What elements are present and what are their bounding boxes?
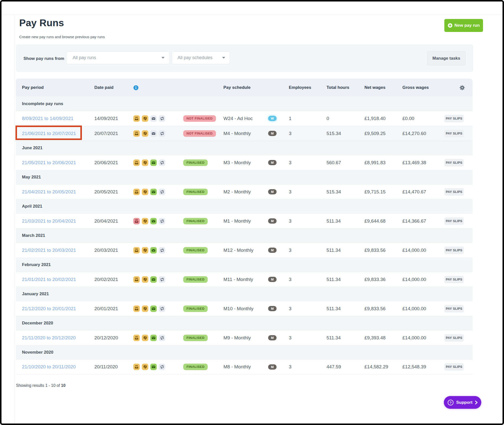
payslip-icon[interactable] <box>133 305 140 312</box>
pay-period-link[interactable]: 21/06/2021 to 20/07/2021 <box>22 131 76 136</box>
filter-bar: Show pay runs from All pay runs All pay … <box>16 45 473 72</box>
sync-icon[interactable] <box>159 130 165 137</box>
sync-icon[interactable] <box>159 159 165 166</box>
payslip-icon[interactable] <box>133 130 140 137</box>
schedule-frequency-cell: M <box>268 272 277 287</box>
column-header-employees[interactable]: Employees <box>289 79 311 97</box>
pay-slips-button[interactable]: PAY SLIPS <box>444 305 464 312</box>
section-header-row: January 2021 <box>16 287 473 301</box>
pay-period-link[interactable]: 21/11/2020 to 20/12/2020 <box>22 335 76 341</box>
total-hours-cell: 511.34 <box>327 301 341 316</box>
pension-shield-icon[interactable] <box>142 159 148 166</box>
employees-cell: 3 <box>289 360 292 374</box>
section-header-label: Incomplete pay runs <box>22 97 63 111</box>
payslip-icon[interactable] <box>133 159 140 166</box>
sync-icon[interactable] <box>159 335 165 341</box>
status-cell: FINALISED <box>183 360 208 374</box>
support-button[interactable]: ? Support <box>444 396 481 409</box>
sync-icon[interactable] <box>159 305 165 312</box>
pay-slips-button[interactable]: PAY SLIPS <box>444 217 464 225</box>
pension-shield-icon[interactable] <box>142 364 148 370</box>
pay-slips-button[interactable]: PAY SLIPS <box>444 130 464 137</box>
info-icon[interactable] <box>133 79 139 97</box>
sync-icon[interactable] <box>159 218 165 224</box>
employees-cell: 3 <box>289 214 292 228</box>
sync-icon[interactable] <box>159 189 165 195</box>
row-action-icons <box>133 360 165 374</box>
payslip-icon[interactable] <box>133 335 140 341</box>
pension-shield-icon[interactable] <box>142 189 148 195</box>
pension-shield-icon[interactable] <box>142 335 148 341</box>
mail-icon[interactable] <box>150 159 157 166</box>
column-header-gross-wages[interactable]: Gross wages <box>402 79 429 97</box>
column-header-pay-period[interactable]: Pay period <box>22 79 44 97</box>
sync-icon[interactable] <box>159 247 165 254</box>
pay-run-row: 21/06/2021 to 20/07/202120/07/2021NOT FI… <box>16 126 473 141</box>
payslip-icon[interactable] <box>133 115 140 122</box>
payslip-icon[interactable] <box>133 247 140 254</box>
row-action-icons <box>133 330 165 345</box>
mail-icon[interactable] <box>150 115 157 122</box>
mail-icon[interactable] <box>150 276 157 283</box>
mail-icon[interactable] <box>150 130 157 137</box>
payslip-icon[interactable] <box>133 276 140 283</box>
pay-slips-button[interactable]: PAY SLIPS <box>444 276 464 283</box>
pension-shield-icon[interactable] <box>142 247 148 254</box>
manage-tasks-button[interactable]: Manage tasks <box>427 51 466 65</box>
pay-slips-button[interactable]: PAY SLIPS <box>444 159 464 166</box>
pay-slips-button[interactable]: PAY SLIPS <box>444 115 464 122</box>
mail-icon[interactable] <box>150 218 157 224</box>
pay-period-link[interactable]: 8/09/2021 to 14/09/2021 <box>22 116 73 121</box>
pension-shield-icon[interactable] <box>142 218 148 224</box>
mail-icon[interactable] <box>150 189 157 195</box>
pay-period-link[interactable]: 21/10/2020 to 20/11/2020 <box>22 364 76 370</box>
results-count-text: Showing results 1 - 10 of <box>16 383 60 388</box>
pension-shield-icon[interactable] <box>142 130 148 137</box>
column-header-pay-schedule[interactable]: Pay schedule <box>223 79 251 97</box>
date-paid-cell: 20/04/2021 <box>94 214 118 228</box>
sync-icon[interactable] <box>159 276 165 283</box>
sync-icon[interactable] <box>159 115 165 122</box>
pay-period-link[interactable]: 21/02/2021 to 20/03/2021 <box>22 248 76 253</box>
total-hours-cell: 511.34 <box>327 243 341 258</box>
mail-icon[interactable] <box>150 335 157 341</box>
pension-shield-icon[interactable] <box>142 305 148 312</box>
sync-icon[interactable] <box>159 364 165 370</box>
pay-schedules-select[interactable]: All pay schedules <box>172 51 230 64</box>
mail-icon[interactable] <box>150 247 157 254</box>
mail-icon[interactable] <box>150 364 157 370</box>
date-paid-cell: 20/02/2021 <box>94 272 118 287</box>
column-header-net-wages[interactable]: Net wages <box>364 79 385 97</box>
column-header-date-paid[interactable]: Date paid <box>94 79 114 97</box>
pay-slips-cell: PAY SLIPS <box>444 111 464 126</box>
pay-period-link[interactable]: 21/03/2021 to 20/04/2021 <box>22 218 76 224</box>
pay-slips-button[interactable]: PAY SLIPS <box>444 363 464 371</box>
gear-icon[interactable] <box>459 79 465 97</box>
payslip-icon[interactable] <box>133 189 140 195</box>
pay-run-row: 21/10/2020 to 20/11/202020/11/2020FINALI… <box>16 359 473 374</box>
mail-icon[interactable] <box>150 305 157 312</box>
pay-runs-select[interactable]: All pay runs <box>66 51 170 64</box>
pension-shield-icon[interactable] <box>142 276 148 283</box>
page-title: Pay Runs <box>19 17 64 28</box>
pay-period-link[interactable]: 21/04/2021 to 20/05/2021 <box>22 189 76 195</box>
pay-period-link[interactable]: 21/05/2021 to 20/06/2021 <box>22 160 76 165</box>
net-wages-cell: £9,833.36 <box>364 272 386 287</box>
pay-slips-button[interactable]: PAY SLIPS <box>444 334 464 342</box>
section-header-label: April 2021 <box>22 199 42 213</box>
pension-shield-icon[interactable] <box>142 115 148 122</box>
pay-period-link[interactable]: 21/12/2020 to 20/01/2021 <box>22 306 76 311</box>
column-header-total-hours[interactable]: Total hours <box>327 79 349 97</box>
employees-cell: 3 <box>289 272 292 287</box>
payslip-icon[interactable] <box>133 364 140 370</box>
section-header-label: February 2021 <box>22 258 51 272</box>
new-pay-run-button[interactable]: New pay run <box>444 19 483 32</box>
schedule-frequency-badge: M <box>268 160 277 165</box>
pay-period-link[interactable]: 21/01/2021 to 20/02/2021 <box>22 277 76 282</box>
gross-wages-cell: £14,000.00 <box>402 301 426 316</box>
payslip-icon[interactable] <box>133 218 140 224</box>
pay-slips-cell: PAY SLIPS <box>444 272 464 287</box>
employees-cell: 3 <box>289 330 292 345</box>
pay-slips-button[interactable]: PAY SLIPS <box>444 247 464 254</box>
pay-slips-button[interactable]: PAY SLIPS <box>444 188 464 196</box>
